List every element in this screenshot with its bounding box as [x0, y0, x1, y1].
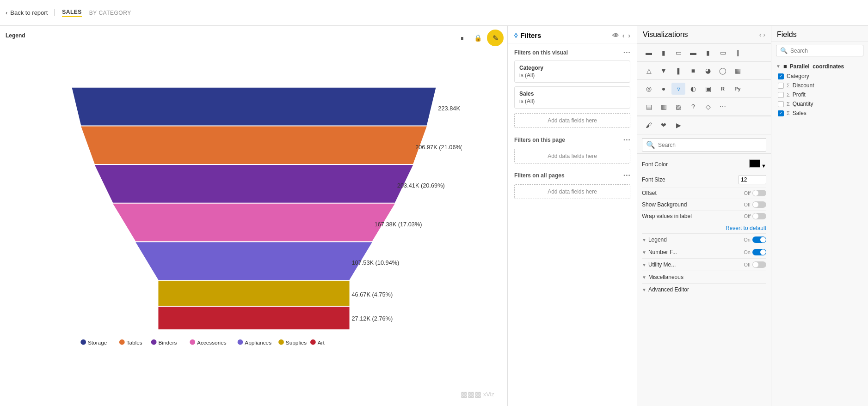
- more-icon-all[interactable]: ⋯: [623, 171, 630, 180]
- viz-icon-grid-row3: ◎ ● ▿ ◐ ▣ R Py: [637, 80, 771, 98]
- viz-stacked-bar-icon[interactable]: ▮: [657, 47, 671, 59]
- chevron-right-viz-icon[interactable]: ›: [763, 31, 765, 38]
- offset-toggle[interactable]: Off: [744, 190, 766, 196]
- number-format-section-toggle[interactable]: ▼ Number F... On: [642, 246, 766, 258]
- viz-matrix-icon[interactable]: ▥: [657, 101, 671, 113]
- tab-sales[interactable]: SALES: [62, 9, 82, 17]
- add-data-visual-button[interactable]: Add data fields here: [514, 113, 630, 128]
- field-item-quantity[interactable]: Σ Quantity: [776, 99, 863, 109]
- viz-search-input[interactable]: [658, 142, 762, 148]
- viz-pie-icon[interactable]: ◕: [701, 65, 715, 77]
- filter-card-category[interactable]: Category is (All): [514, 61, 630, 83]
- viz-treemap-icon[interactable]: ▦: [731, 65, 745, 77]
- field-item-sales[interactable]: ✓ Σ Sales: [776, 109, 863, 118]
- viz-analytics-icon[interactable]: ❤: [657, 119, 671, 131]
- legend-dot-tables: [119, 339, 124, 345]
- viz-search-box[interactable]: 🔍: [642, 138, 766, 151]
- svg-text:Art: Art: [317, 339, 325, 345]
- viz-line-chart-icon[interactable]: ∥: [731, 47, 745, 59]
- viz-horiz-bar-icon[interactable]: ▬: [686, 47, 700, 59]
- viz-100pct-bar-icon[interactable]: ▭: [671, 47, 685, 59]
- back-to-report-button[interactable]: ‹ Back to report: [6, 9, 55, 16]
- xviz-bars-icon: ▩▩▩: [461, 390, 481, 399]
- chevron-right-fields: ▼: [776, 64, 781, 69]
- viz-r-visual-icon[interactable]: R: [716, 83, 730, 95]
- funnel-label-binders: 203.41K (20.69%): [397, 182, 444, 189]
- eye-icon[interactable]: 👁: [612, 32, 619, 39]
- viz-horiz-stacked-icon[interactable]: ▮: [701, 47, 715, 59]
- funnel-label-supplies: 46.67K (4.75%): [351, 291, 393, 298]
- filter-card-sales[interactable]: Sales is (All): [514, 86, 630, 109]
- legend-dot-appliances: [237, 339, 243, 345]
- revert-to-default-button[interactable]: Revert to default: [642, 222, 766, 233]
- tab-by-category[interactable]: BY CATEGORY: [89, 10, 131, 16]
- chevron-left-icon: ‹: [6, 9, 7, 16]
- viz-icon-grid-row4: ▤ ▥ ▨ ? ◇ ⋯: [637, 98, 771, 116]
- field-item-category[interactable]: ✓ Category: [776, 72, 863, 81]
- fields-search-box[interactable]: 🔍: [776, 45, 863, 56]
- more-icon-page[interactable]: ⋯: [623, 135, 630, 144]
- viz-card-icon[interactable]: ▣: [701, 83, 715, 95]
- viz-slicer-icon[interactable]: ▨: [671, 101, 685, 113]
- funnel-label-appliances: 107.53K (10.94%): [351, 259, 399, 266]
- chevron-right-filter-icon[interactable]: ›: [628, 32, 630, 39]
- field-checkbox-sales[interactable]: ✓: [778, 110, 784, 116]
- filters-header-icons: 👁 ‹ ›: [612, 32, 630, 39]
- add-data-all-pages-button[interactable]: Add data fields here: [514, 184, 630, 199]
- funnel-bar-art[interactable]: [158, 306, 349, 329]
- fields-panel-title: Fields: [777, 30, 797, 39]
- more-icon-visual[interactable]: ⋯: [623, 48, 630, 57]
- legend: Legend: [6, 32, 502, 39]
- chevron-down-legend: ▼: [642, 237, 646, 242]
- viz-py-visual-icon[interactable]: Py: [731, 83, 745, 95]
- viz-format-icon[interactable]: 🖌: [642, 119, 656, 131]
- viz-horiz-100pct-icon[interactable]: ▭: [716, 47, 730, 59]
- funnel-chart: 223.84K (22.77%) 206.97K (21.06%) 203.41…: [46, 83, 462, 360]
- viz-scatter-icon[interactable]: ■: [686, 65, 700, 77]
- legend-dot-supplies: [278, 339, 284, 345]
- viz-ribbon-chart-icon[interactable]: ▼: [657, 65, 671, 77]
- svg-text:Appliances: Appliances: [245, 339, 271, 345]
- legend-section-toggle[interactable]: ▼ Legend On: [642, 233, 766, 246]
- funnel-bar-tables[interactable]: [81, 126, 427, 164]
- viz-qna-icon[interactable]: ?: [686, 101, 700, 113]
- field-checkbox-category[interactable]: ✓: [778, 73, 784, 79]
- viz-table-icon[interactable]: ▤: [642, 101, 656, 113]
- show-background-toggle[interactable]: Off: [744, 201, 766, 208]
- funnel-bar-accessories[interactable]: [113, 203, 395, 241]
- utility-section-toggle[interactable]: ▼ Utility Me... Off: [642, 258, 766, 271]
- add-data-page-button[interactable]: Add data fields here: [514, 149, 630, 164]
- viz-map-icon[interactable]: ◎: [642, 83, 656, 95]
- funnel-bar-binders[interactable]: [94, 165, 413, 203]
- fields-section-header[interactable]: ▼ ■ Parallel_coordinates: [776, 61, 863, 72]
- field-checkbox-discount[interactable]: [778, 83, 784, 89]
- viz-filled-map-icon[interactable]: ●: [657, 83, 671, 95]
- legend-dot-art: [310, 339, 315, 345]
- misc-section-toggle[interactable]: ▼ Miscellaneous: [642, 271, 766, 283]
- advanced-editor-toggle[interactable]: ▼ Advanced Editor: [642, 283, 766, 296]
- font-color-swatch[interactable]: ▼: [749, 159, 766, 169]
- funnel-bar-supplies[interactable]: [158, 280, 349, 305]
- font-size-input[interactable]: [739, 175, 766, 184]
- viz-gauge-icon[interactable]: ◐: [686, 83, 700, 95]
- viz-more-icon[interactable]: ⋯: [716, 101, 730, 113]
- fields-search-input[interactable]: [790, 48, 860, 54]
- viz-waterfall-icon[interactable]: ❚: [671, 65, 685, 77]
- viz-donut-icon[interactable]: ◯: [716, 65, 730, 77]
- viz-funnel-icon[interactable]: ▿: [671, 83, 685, 95]
- wrap-values-toggle[interactable]: Off: [744, 213, 766, 219]
- field-checkbox-profit[interactable]: [778, 92, 784, 98]
- viz-bar-chart-icon[interactable]: ▬: [642, 47, 656, 59]
- chevron-left-filter-icon[interactable]: ‹: [622, 32, 625, 39]
- field-item-discount[interactable]: Σ Discount: [776, 81, 863, 90]
- funnel-bar-appliances[interactable]: [135, 242, 372, 280]
- funnel-bar-storage[interactable]: [72, 87, 436, 125]
- field-item-profit[interactable]: Σ Profit: [776, 90, 863, 99]
- viz-area-chart-icon[interactable]: △: [642, 65, 656, 77]
- viz-report-icon[interactable]: ▶: [671, 119, 685, 131]
- chevron-left-viz-icon[interactable]: ‹: [759, 31, 762, 38]
- viz-custom-icon[interactable]: ◇: [701, 101, 715, 113]
- search-icon-fields: 🔍: [780, 47, 788, 54]
- svg-text:Binders: Binders: [158, 339, 177, 345]
- field-checkbox-quantity[interactable]: [778, 101, 784, 107]
